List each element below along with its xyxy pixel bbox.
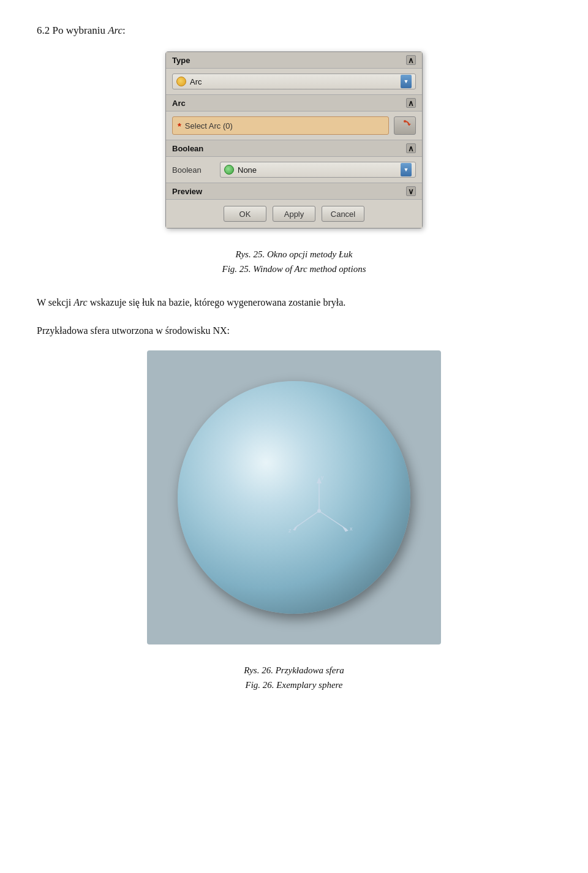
svg-point-1: [404, 120, 406, 123]
svg-point-8: [317, 509, 321, 513]
body-text-sphere: Przykładowa sfera utworzona w środowisku…: [37, 323, 551, 339]
dialog-footer: OK Apply Cancel: [166, 200, 422, 228]
apply-button[interactable]: Apply: [273, 206, 315, 222]
boolean-section: Boolean ∧ Boolean None ▼: [166, 140, 422, 183]
caption-figure-25: Rys. 25. Okno opcji metody Łuk Fig. 25. …: [37, 247, 551, 276]
svg-marker-0: [407, 124, 411, 126]
caption-26-line1: Rys. 26. Przykładowa sfera: [37, 663, 551, 678]
preview-expand-symbol: ∨: [408, 187, 414, 196]
type-section: Type ∧ Arc ▼: [166, 52, 422, 95]
arc-icon: [176, 77, 186, 86]
type-dropdown[interactable]: Arc ▼: [172, 74, 416, 89]
select-arc-asterisk: *: [178, 121, 181, 131]
preview-section-header: Preview ∨: [166, 183, 422, 199]
heading-text: Po wybraniu: [50, 25, 108, 36]
body-text-sphere-text: Przykładowa sfera utworzona w środowisku…: [37, 325, 230, 336]
svg-marker-5: [342, 526, 349, 532]
boolean-row: Boolean None ▼: [172, 162, 416, 178]
type-section-content: Arc ▼: [166, 69, 422, 94]
boolean-dropdown-value: None: [238, 165, 257, 175]
dialog-box: Type ∧ Arc ▼ Arc ∧: [165, 51, 423, 229]
svg-text:x: x: [350, 526, 353, 532]
type-section-header: Type ∧: [166, 52, 422, 69]
sphere-object: y x z: [178, 381, 410, 614]
preview-expand-btn[interactable]: ∨: [406, 186, 416, 196]
arc-section: Arc ∧ * Select Arc (0): [166, 95, 422, 140]
boolean-dropdown-arrow[interactable]: ▼: [401, 163, 412, 176]
arc-section-label: Arc: [172, 99, 186, 108]
boolean-section-label: Boolean: [172, 144, 203, 153]
coordinate-axes: y x z: [282, 474, 356, 548]
caption-figure-26: Rys. 26. Przykładowa sfera Fig. 26. Exem…: [37, 663, 551, 692]
boolean-dropdown[interactable]: None ▼: [220, 162, 416, 178]
sphere-container: y x z: [147, 350, 441, 644]
heading-arc-italic: Arc: [108, 25, 123, 36]
arc-button-icon: [399, 119, 411, 132]
caption-25-text2: Fig. 25. Window of Arc method options: [222, 264, 366, 274]
cancel-button[interactable]: Cancel: [322, 206, 364, 222]
arc-section-header: Arc ∧: [166, 95, 422, 111]
select-arc-row: * Select Arc (0): [172, 116, 416, 135]
caption-26-text2: Fig. 26. Exemplary sphere: [246, 680, 343, 690]
type-label: Type: [172, 56, 190, 65]
type-dropdown-value: Arc: [190, 77, 202, 86]
caption-25-line2: Fig. 25. Window of Arc method options: [37, 262, 551, 276]
type-dropdown-arrow[interactable]: ▼: [401, 75, 412, 88]
ok-button[interactable]: OK: [224, 206, 266, 222]
arc-collapse-symbol: ∧: [408, 99, 414, 108]
boolean-field-label: Boolean: [172, 165, 215, 175]
svg-line-6: [295, 511, 319, 528]
arc-italic-body: Arc: [74, 297, 88, 308]
select-arc-button[interactable]: [394, 116, 416, 135]
boolean-collapse-symbol: ∧: [408, 144, 414, 153]
body-text-arc: W sekcji Arc wskazuje się łuk na bazie, …: [37, 295, 551, 311]
boolean-arrow-icon: ▼: [404, 167, 409, 173]
figure-dialog: Type ∧ Arc ▼ Arc ∧: [37, 51, 551, 229]
select-arc-field[interactable]: * Select Arc (0): [172, 116, 389, 135]
preview-section: Preview ∨: [166, 183, 422, 200]
svg-marker-7: [293, 524, 298, 531]
caption-25-text1: Rys. 25. Okno opcji metody Łuk: [236, 249, 353, 259]
arc-section-content: * Select Arc (0): [166, 111, 422, 140]
preview-label: Preview: [172, 187, 202, 196]
caption-26-line2: Fig. 26. Exemplary sphere: [37, 678, 551, 692]
caption-26-text1: Rys. 26. Przykładowa sfera: [244, 665, 344, 675]
select-arc-label: Select Arc (0): [185, 121, 233, 130]
none-icon: [224, 165, 234, 175]
boolean-section-header: Boolean ∧: [166, 140, 422, 157]
boolean-collapse-btn[interactable]: ∧: [406, 143, 416, 153]
heading-colon: :: [123, 25, 126, 36]
type-collapse-btn[interactable]: ∧: [406, 55, 416, 65]
caption-25-line1: Rys. 25. Okno opcji metody Łuk: [37, 247, 551, 262]
type-arrow-icon: ▼: [404, 78, 409, 85]
type-collapse-symbol: ∧: [408, 56, 414, 65]
svg-text:y: y: [321, 474, 324, 480]
arc-collapse-btn[interactable]: ∧: [406, 98, 416, 108]
boolean-section-content: Boolean None ▼: [166, 157, 422, 183]
section-number: 6.2: [37, 25, 50, 36]
section-heading: 6.2 Po wybraniu Arc:: [37, 25, 551, 37]
figure-sphere: y x z: [37, 350, 551, 644]
svg-text:z: z: [288, 527, 292, 534]
